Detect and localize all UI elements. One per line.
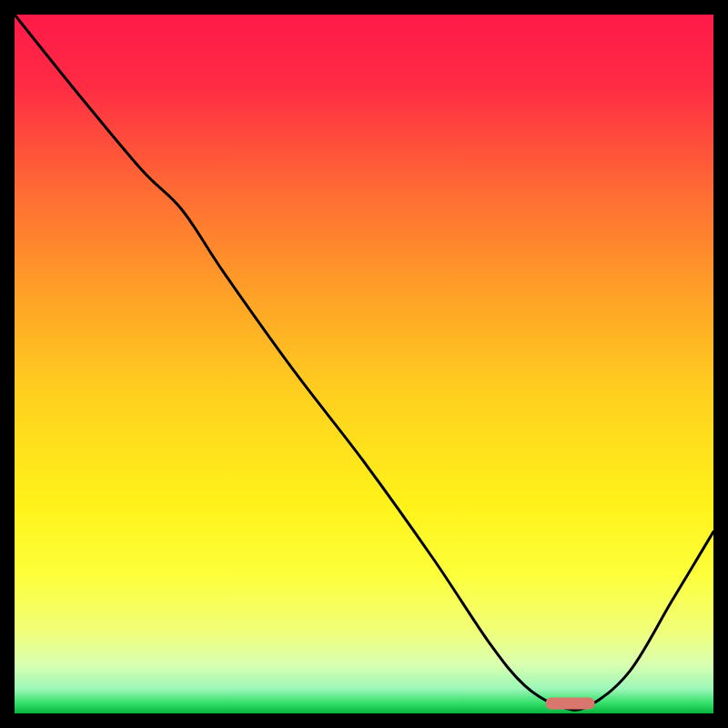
optimal-range-marker [546, 698, 595, 710]
bottleneck-chart [15, 15, 713, 713]
chart-background [15, 15, 713, 713]
chart-frame: TheBottleneck.com [15, 15, 713, 713]
